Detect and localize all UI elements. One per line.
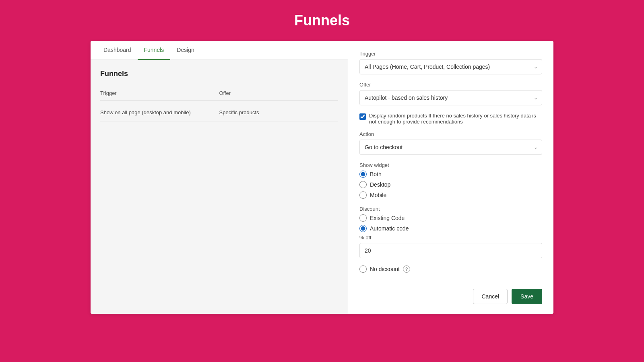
page-title: Funnels (0, 0, 644, 41)
tab-funnels[interactable]: Funnels (138, 41, 171, 60)
no-discount-label: No dicsount (370, 266, 400, 272)
percent-off-label: % off (359, 234, 542, 241)
display-random-checkbox[interactable] (359, 113, 366, 120)
action-select[interactable]: Go to checkout Add to cart View product (360, 140, 542, 154)
table-row[interactable]: Show on all page (desktop and mobile) Sp… (100, 104, 338, 121)
save-button[interactable]: Save (512, 289, 542, 304)
left-content: Funnels Trigger Offer Show on all page (… (91, 60, 348, 131)
radio-mobile-label: Mobile (370, 192, 386, 198)
radio-existing-code-row[interactable]: Existing Code (359, 214, 542, 222)
radio-desktop[interactable] (359, 181, 367, 188)
radio-desktop-label: Desktop (370, 181, 390, 188)
discount-label: Discount (359, 206, 542, 212)
funnels-section-title: Funnels (100, 70, 338, 78)
radio-no-discount[interactable] (359, 265, 367, 273)
bottom-actions: Cancel Save (359, 289, 542, 304)
discount-field-group: Discount Existing Code Automatic code % … (359, 206, 542, 258)
offer-column-header: Offer (219, 90, 339, 96)
trigger-field-group: Trigger All Pages (Home, Cart, Product, … (359, 51, 542, 74)
offer-field-group: Offer Autopilot - based on sales history… (359, 82, 542, 105)
display-random-label: Display random products If there no sale… (369, 113, 542, 125)
offer-select-wrapper: Autopilot - based on sales history Speci… (359, 90, 542, 105)
radio-automatic-code-row[interactable]: Automatic code (359, 225, 542, 232)
offer-cell: Specific products (219, 109, 339, 115)
right-panel: Trigger All Pages (Home, Cart, Product, … (348, 41, 553, 314)
show-widget-radio-group: Both Desktop Mobile (359, 171, 542, 199)
show-widget-field-group: Show widget Both Desktop Mobile (359, 162, 542, 199)
radio-mobile[interactable] (359, 191, 367, 199)
radio-desktop-row[interactable]: Desktop (359, 181, 542, 188)
trigger-cell: Show on all page (desktop and mobile) (100, 109, 219, 115)
display-random-checkbox-row: Display random products If there no sale… (359, 113, 542, 125)
radio-existing-code[interactable] (359, 214, 367, 222)
offer-select[interactable]: Autopilot - based on sales history Speci… (360, 90, 542, 105)
no-discount-row: No dicsount ? (359, 265, 542, 273)
no-discount-help-icon[interactable]: ? (403, 265, 410, 273)
show-widget-label: Show widget (359, 162, 542, 168)
cancel-button[interactable]: Cancel (473, 289, 508, 304)
trigger-select[interactable]: All Pages (Home, Cart, Product, Collecti… (360, 60, 542, 74)
radio-mobile-row[interactable]: Mobile (359, 191, 542, 199)
trigger-select-wrapper: All Pages (Home, Cart, Product, Collecti… (359, 59, 542, 74)
table-header: Trigger Offer (100, 86, 338, 101)
offer-label: Offer (359, 82, 542, 88)
nav-tabs: Dashboard Funnels Design (91, 41, 348, 60)
tab-dashboard[interactable]: Dashboard (97, 41, 138, 60)
tab-design[interactable]: Design (170, 41, 201, 60)
action-select-wrapper: Go to checkout Add to cart View product … (359, 140, 542, 155)
action-label: Action (359, 131, 542, 137)
radio-automatic-code-label: Automatic code (370, 225, 409, 232)
radio-both-label: Both (370, 171, 382, 177)
action-field-group: Action Go to checkout Add to cart View p… (359, 131, 542, 155)
radio-automatic-code[interactable] (359, 225, 367, 232)
percent-off-input[interactable]: 20 (359, 243, 542, 258)
main-container: Dashboard Funnels Design Funnels Trigger… (91, 41, 553, 314)
radio-both-row[interactable]: Both (359, 171, 542, 178)
trigger-label: Trigger (359, 51, 542, 57)
radio-both[interactable] (359, 171, 367, 178)
trigger-column-header: Trigger (100, 90, 219, 96)
discount-radio-group: Existing Code Automatic code (359, 214, 542, 232)
radio-existing-code-label: Existing Code (370, 215, 405, 221)
left-panel: Dashboard Funnels Design Funnels Trigger… (91, 41, 348, 314)
